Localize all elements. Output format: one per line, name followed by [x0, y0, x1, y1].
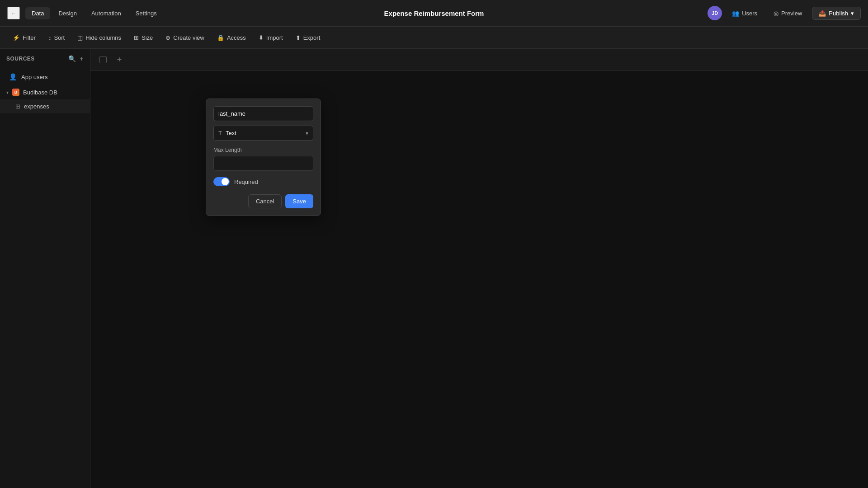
- required-toggle[interactable]: [213, 177, 230, 186]
- select-all-cell: [94, 56, 112, 63]
- hide-columns-icon: ◫: [77, 34, 83, 41]
- filter-icon: ⚡: [13, 34, 20, 41]
- back-icon: ←: [10, 10, 16, 17]
- add-column-button[interactable]: +: [112, 52, 127, 67]
- sidebar: Sources 🔍 + 👤 App users ▾ B Budibase DB …: [0, 49, 90, 488]
- access-button[interactable]: 🔒 Access: [212, 32, 251, 44]
- sort-button[interactable]: ↕ Sort: [43, 32, 70, 44]
- app-title: Expense Reimbursement Form: [384, 9, 484, 17]
- type-text-icon: T: [218, 130, 222, 136]
- create-view-button[interactable]: ⊕ Create view: [160, 32, 210, 44]
- hide-columns-button[interactable]: ◫ Hide columns: [72, 32, 127, 44]
- max-length-input[interactable]: [213, 156, 313, 171]
- import-button[interactable]: ⬇ Import: [253, 32, 288, 44]
- create-view-icon: ⊕: [165, 34, 170, 41]
- nav-tabs: Data Design Automation Settings: [25, 7, 163, 19]
- chevron-db-icon: ▾: [6, 90, 9, 95]
- lock-icon: 🔒: [217, 34, 224, 41]
- type-select-dropdown[interactable]: T Text: [213, 126, 313, 141]
- filter-button[interactable]: ⚡ Filter: [7, 32, 41, 44]
- tab-automation[interactable]: Automation: [85, 7, 127, 19]
- chevron-down-icon: [306, 130, 308, 136]
- top-nav: ← Data Design Automation Settings Expens…: [0, 0, 868, 27]
- back-button[interactable]: ←: [7, 7, 20, 19]
- publish-button[interactable]: 📤 Publish ▾: [812, 7, 861, 20]
- max-length-label: Max Length: [213, 147, 313, 153]
- cancel-button[interactable]: Cancel: [248, 194, 282, 208]
- app-users-label: App users: [21, 74, 48, 80]
- size-button[interactable]: ⊞ Size: [128, 32, 158, 44]
- preview-button[interactable]: ◎ Preview: [767, 7, 808, 19]
- db-name-label: Budibase DB: [23, 89, 57, 96]
- users-icon: 👥: [732, 10, 739, 17]
- table-header-row: +: [90, 49, 868, 71]
- required-row: Required: [213, 177, 313, 186]
- required-label: Required: [234, 178, 258, 185]
- publish-icon: 📤: [819, 10, 826, 17]
- sidebar-item-app-users[interactable]: 👤 App users: [3, 69, 87, 84]
- tab-design[interactable]: Design: [52, 7, 83, 19]
- export-button[interactable]: ⬆ Export: [290, 32, 326, 44]
- tab-settings[interactable]: Settings: [129, 7, 163, 19]
- sort-icon: ↕: [48, 34, 52, 41]
- field-name-input[interactable]: [213, 106, 313, 121]
- import-icon: ⬇: [259, 34, 264, 41]
- app-users-icon: 👤: [9, 73, 17, 80]
- add-source-icon[interactable]: +: [80, 55, 84, 62]
- column-edit-popup: T Text Max Length Required Cancel Save: [206, 99, 321, 216]
- select-all-checkbox[interactable]: [99, 56, 107, 63]
- popup-actions: Cancel Save: [213, 194, 313, 208]
- toolbar: ⚡ Filter ↕ Sort ◫ Hide columns ⊞ Size ⊕ …: [0, 27, 868, 49]
- preview-icon: ◎: [774, 10, 778, 17]
- sources-label: Sources: [6, 56, 35, 62]
- top-right-actions: JD 👥 Users ◎ Preview 📤 Publish ▾: [708, 6, 861, 20]
- export-icon: ⬆: [296, 34, 301, 41]
- size-icon: ⊞: [134, 34, 139, 41]
- avatar[interactable]: JD: [708, 6, 722, 20]
- type-label: Text: [226, 130, 236, 136]
- db-icon: B: [12, 89, 19, 96]
- search-icon[interactable]: 🔍: [68, 55, 76, 62]
- save-button[interactable]: Save: [285, 194, 313, 208]
- tab-data[interactable]: Data: [25, 7, 50, 19]
- sidebar-header: Sources 🔍 +: [0, 49, 90, 69]
- sidebar-item-budibase-db[interactable]: ▾ B Budibase DB: [0, 85, 90, 99]
- sidebar-header-actions: 🔍 +: [68, 55, 84, 62]
- table-icon: ⊞: [15, 103, 20, 110]
- table-name-label: expenses: [24, 103, 49, 110]
- chevron-down-icon: ▾: [851, 10, 854, 17]
- content-area: + T Text Max Length: [90, 49, 868, 488]
- toggle-knob: [222, 178, 229, 185]
- sidebar-item-expenses[interactable]: ⊞ expenses: [0, 99, 90, 113]
- main-layout: Sources 🔍 + 👤 App users ▾ B Budibase DB …: [0, 49, 868, 488]
- users-button[interactable]: 👥 Users: [726, 7, 764, 19]
